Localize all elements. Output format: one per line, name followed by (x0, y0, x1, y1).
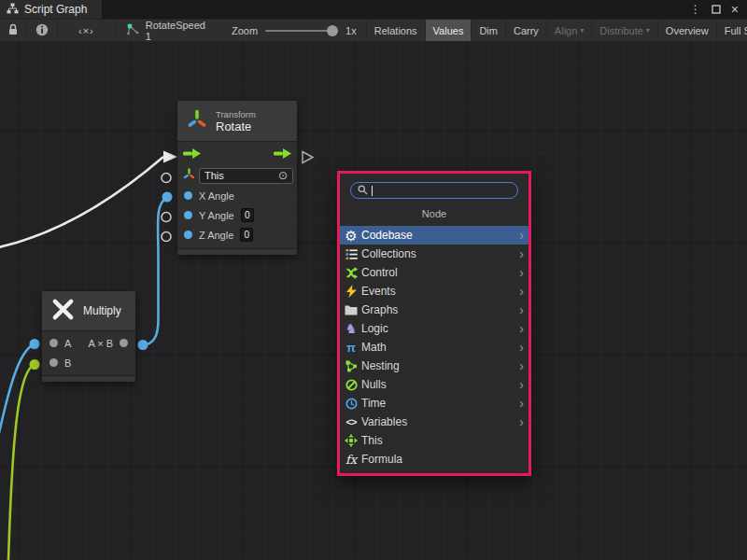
finder-item-events[interactable]: Events› (340, 282, 529, 301)
toolbar-button-relations[interactable]: Relations (367, 20, 426, 41)
toolbar-button-label: Relations (374, 25, 417, 36)
maximize-icon[interactable] (712, 1, 721, 18)
finder-item-label: Collections (361, 247, 416, 260)
output-port[interactable] (120, 339, 128, 347)
control-icon (344, 267, 359, 279)
zangle-port[interactable] (184, 231, 192, 239)
multiply-to-xangle-wire[interactable] (142, 198, 166, 345)
finder-item-label: Time (361, 397, 386, 410)
script-graph-window: Script Graph ⋮ × ‹×› RotateSpeed 1 Zoom (0, 0, 747, 560)
flow-out-arrow-icon[interactable] (274, 146, 291, 162)
yangle-port-ring[interactable] (162, 213, 171, 222)
close-icon[interactable]: × (731, 3, 739, 16)
nesting-icon (344, 360, 359, 372)
flow-in-arrow-icon[interactable] (183, 146, 201, 162)
b-input-endpoint[interactable] (30, 359, 40, 370)
finder-item-label: Control (361, 266, 398, 279)
toolbar-button-carry[interactable]: Carry (506, 20, 547, 41)
zangle-value-field[interactable]: 0 (240, 228, 253, 242)
yangle-value-field[interactable]: 0 (241, 208, 254, 222)
multiply-node[interactable]: Multiply A A × B B (42, 291, 135, 382)
transform-axis-icon (187, 109, 207, 133)
toolbar-button-label: Values (433, 25, 464, 36)
folder-icon (344, 304, 359, 315)
toolbar-button-distribute[interactable]: Distribute▾ (592, 20, 657, 41)
yangle-port[interactable] (184, 211, 192, 219)
code-preview-button[interactable]: ‹×› (58, 20, 116, 41)
chevron-right-icon: › (519, 229, 524, 242)
finder-search-input[interactable] (350, 182, 518, 199)
chevron-right-icon: › (519, 378, 524, 391)
toolbar-button-dim[interactable]: Dim (472, 20, 506, 41)
rotate-node-footer (177, 248, 297, 255)
finder-item-label: Events (361, 285, 396, 298)
finder-item-variables[interactable]: <>Variables› (340, 413, 529, 431)
chevron-right-icon: › (519, 415, 524, 428)
this-object-field[interactable]: This ⊙ (199, 168, 293, 184)
b-input-wire[interactable] (8, 365, 35, 560)
multiply-output-endpoint[interactable] (138, 340, 148, 350)
breadcrumb[interactable]: RotateSpeed 1 (116, 20, 217, 41)
toolbar-button-align[interactable]: Align▾ (547, 20, 592, 41)
toolbar-button-values[interactable]: Values (426, 20, 472, 41)
finder-item-nesting[interactable]: Nesting› (340, 357, 529, 375)
node-category: Transform (216, 109, 256, 119)
chevron-right-icon: › (519, 247, 524, 260)
finder-item-nulls[interactable]: Nulls› (340, 375, 529, 394)
multiply-node-footer (42, 375, 135, 382)
finder-item-label: Logic (361, 322, 388, 335)
this-port-ring[interactable] (162, 174, 171, 183)
a-input-wire[interactable] (0, 344, 35, 442)
knight-icon: ♞ (344, 322, 359, 335)
finder-item-this[interactable]: This (340, 431, 529, 450)
finder-item-time[interactable]: Time› (340, 394, 529, 413)
toolbar-button-full-screen[interactable]: Full Screen (717, 20, 747, 41)
flow-out-triangle[interactable] (303, 152, 313, 163)
xangle-port[interactable] (184, 191, 192, 200)
toolbar-button-overview[interactable]: Overview (658, 20, 717, 41)
graph-toolbar: ‹×› RotateSpeed 1 Zoom 1x RelationsValue… (0, 19, 747, 41)
finder-item-control[interactable]: Control› (340, 263, 529, 282)
zoom-slider-thumb[interactable] (327, 25, 338, 36)
zoom-label: Zoom (232, 25, 258, 36)
brackets-icon: <> (344, 417, 359, 427)
tab-script-graph[interactable]: Script Graph (0, 0, 102, 19)
graph-canvas[interactable]: Transform Rotate This ⊙ X Angle (0, 41, 747, 560)
toolbar-button-label: Distribute (599, 25, 642, 36)
a-input-port[interactable] (49, 339, 58, 347)
toolbar-button-label: Overview (666, 25, 709, 36)
zoom-slider[interactable] (265, 30, 338, 32)
multiply-node-header[interactable]: Multiply (42, 291, 135, 331)
finder-item-label: Codebase (361, 229, 413, 242)
rotate-node[interactable]: Transform Rotate This ⊙ X Angle (177, 101, 297, 255)
null-icon (344, 379, 359, 391)
tab-title: Script Graph (24, 3, 87, 16)
finder-item-graphs[interactable]: Graphs› (340, 301, 529, 319)
finder-item-label: Nesting (361, 359, 400, 372)
dropdown-arrow-icon: ▾ (580, 26, 584, 35)
a-input-endpoint[interactable] (30, 339, 40, 349)
lock-button[interactable] (0, 20, 27, 41)
chevron-right-icon: › (519, 266, 524, 279)
finder-item-codebase[interactable]: ⚙Codebase› (340, 226, 529, 245)
control-wire[interactable] (0, 157, 163, 248)
toolbar-button-label: Dim (479, 25, 498, 36)
finder-header: Node (340, 208, 529, 219)
graph-node-icon (127, 23, 140, 37)
dropdown-arrow-icon: ▾ (646, 26, 650, 35)
pi-icon: π (344, 342, 359, 354)
zangle-port-ring[interactable] (162, 232, 171, 242)
finder-item-formula[interactable]: fxFormula (340, 450, 529, 469)
finder-item-logic[interactable]: ♞Logic› (340, 319, 529, 338)
info-button[interactable] (27, 20, 58, 41)
window-menu-icon[interactable]: ⋮ (690, 3, 701, 16)
rotate-node-header[interactable]: Transform Rotate (177, 101, 297, 142)
node-finder-popup: Node ⚙Codebase›Collections›Control›Event… (337, 171, 531, 476)
graph-icon (7, 3, 19, 17)
xangle-wire-endpoint[interactable] (162, 192, 173, 203)
b-input-port[interactable] (49, 358, 58, 367)
finder-item-collections[interactable]: Collections› (340, 245, 529, 263)
object-picker-icon[interactable]: ⊙ (278, 170, 288, 181)
clock-icon (344, 398, 359, 410)
finder-item-math[interactable]: πMath› (340, 338, 529, 357)
